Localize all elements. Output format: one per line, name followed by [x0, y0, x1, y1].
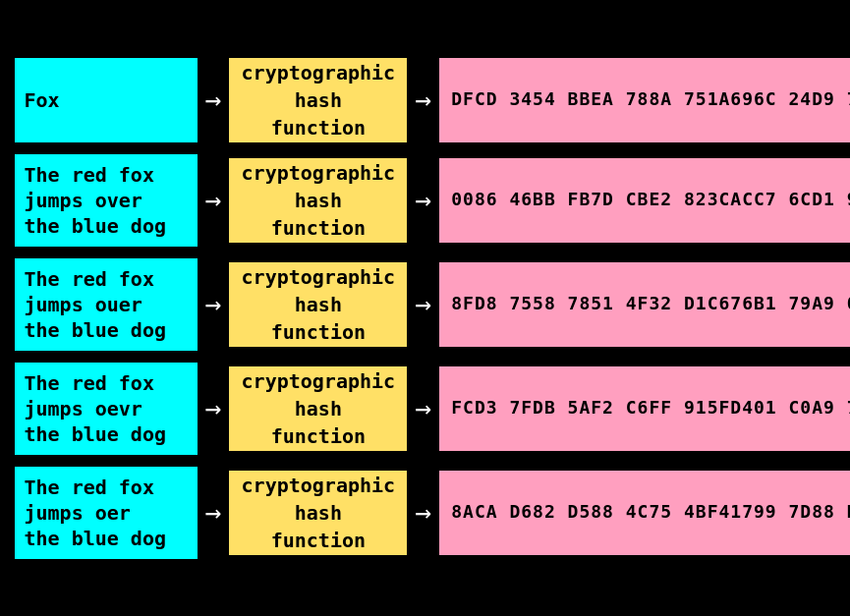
- arrow-right-1: →: [409, 84, 437, 116]
- output-line2-1: 696C 24D9 7009 CA99 2D17: [730, 85, 850, 114]
- output-box-2: 0086 46BB FB7D CBE2 823CACC7 6CD1 90B1 E…: [437, 156, 850, 245]
- input-box-2: The red fox jumps over the blue dog: [13, 152, 199, 249]
- hash-box-4: cryptographic hash function: [227, 364, 409, 453]
- output-box-5: 8ACA D682 D588 4C75 4BF41799 7D88 BCF8 9…: [437, 469, 850, 557]
- output-line1-3: 8FD8 7558 7851 4F32 D1C6: [451, 290, 730, 318]
- hash-box-3: cryptographic hash function: [227, 260, 409, 349]
- hash-box-5: cryptographic hash function: [227, 469, 409, 557]
- arrow-right-2: →: [409, 184, 437, 216]
- row-2: The red fox jumps over the blue dog→cryp…: [13, 152, 838, 249]
- row-1: Fox→cryptographic hash function→DFCD 345…: [13, 56, 838, 144]
- hash-box-1: cryptographic hash function: [227, 56, 409, 144]
- output-line2-3: 76B1 79A9 0DA4 AEFE 4819: [730, 290, 850, 318]
- arrow-left-4: →: [199, 392, 228, 424]
- row-5: The red fox jumps oer the blue dog→crypt…: [13, 465, 838, 561]
- hash-box-2: cryptographic hash function: [227, 156, 409, 245]
- arrow-right-3: →: [409, 288, 437, 320]
- output-line1-4: FCD3 7FDB 5AF2 C6FF 915F: [451, 394, 730, 422]
- arrow-left-1: →: [199, 84, 228, 116]
- row-4: The red fox jumps oevr the blue dog→cryp…: [13, 361, 838, 457]
- input-box-5: The red fox jumps oer the blue dog: [13, 465, 199, 561]
- input-box-4: The red fox jumps oevr the blue dog: [13, 361, 199, 457]
- arrow-left-5: →: [199, 496, 228, 529]
- output-box-3: 8FD8 7558 7851 4F32 D1C676B1 79A9 0DA4 A…: [437, 260, 850, 349]
- output-box-4: FCD3 7FDB 5AF2 C6FF 915FD401 C0A9 7D9A 4…: [437, 364, 850, 453]
- output-line1-1: DFCD 3454 BBEA 788A 751A: [451, 85, 730, 114]
- output-line2-4: D401 C0A9 7D9A 46AF FB45: [730, 394, 850, 422]
- output-box-1: DFCD 3454 BBEA 788A 751A696C 24D9 7009 C…: [437, 56, 850, 144]
- row-3: The red fox jumps ouer the blue dog→cryp…: [13, 256, 838, 353]
- input-box-1: Fox: [13, 56, 199, 144]
- output-line1-2: 0086 46BB FB7D CBE2 823C: [451, 186, 730, 214]
- diagram: Fox→cryptographic hash function→DFCD 345…: [13, 56, 838, 561]
- arrow-right-5: →: [409, 496, 437, 529]
- arrow-left-3: →: [199, 288, 228, 320]
- output-line1-5: 8ACA D682 D588 4C75 4BF4: [451, 498, 730, 527]
- arrow-right-4: →: [409, 392, 437, 424]
- input-box-3: The red fox jumps ouer the blue dog: [13, 256, 199, 353]
- arrow-left-2: →: [199, 184, 228, 216]
- output-line2-2: ACC7 6CD1 90B1 EE6E 3ABC: [730, 186, 850, 214]
- output-line2-5: 1799 7D88 BCF8 92B9 6A6C: [730, 498, 850, 527]
